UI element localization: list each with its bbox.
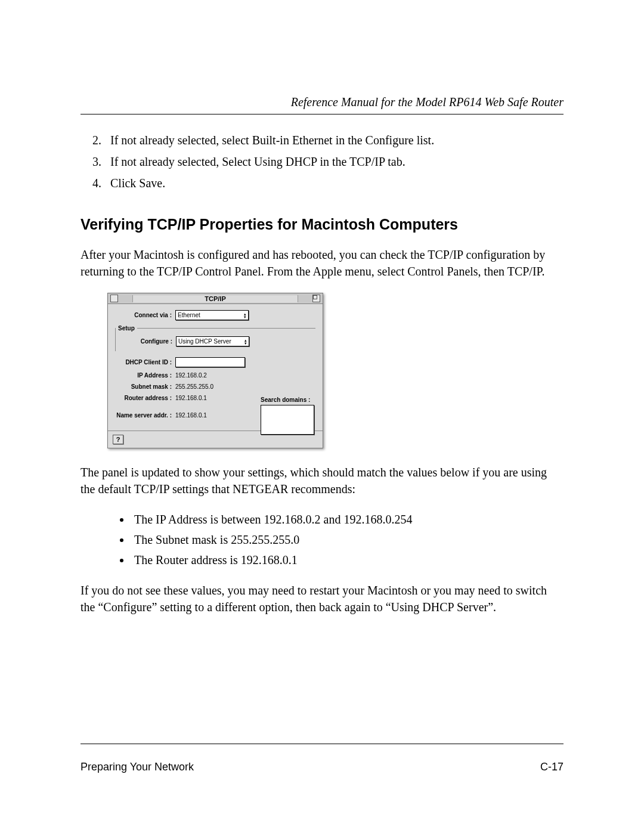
label-subnet-mask: Subnet mask : <box>115 383 175 390</box>
window-titlebar[interactable]: TCP/IP <box>108 293 323 304</box>
bullet-subnet: The Subnet mask is 255.255.255.0 <box>131 531 564 549</box>
search-domains-block: Search domains : <box>261 397 314 435</box>
value-router-address: 192.168.0.1 <box>175 395 207 401</box>
label-name-server: Name server addr. : <box>115 412 175 419</box>
step-2: If not already selected, select Built-in… <box>104 131 564 149</box>
label-ip-address: IP Address : <box>115 372 175 379</box>
section-heading: Verifying TCP/IP Properties for Macintos… <box>80 216 564 233</box>
value-subnet-mask: 255.255.255.0 <box>175 383 213 390</box>
search-domains-input[interactable] <box>261 405 314 435</box>
step-4: Click Save. <box>104 174 564 192</box>
zoom-icon[interactable] <box>312 295 320 302</box>
bullet-ip: The IP Address is between 192.168.0.2 an… <box>131 510 564 528</box>
row-subnet-mask: Subnet mask : 255.255.255.0 <box>115 383 315 390</box>
help-button[interactable]: ? <box>113 435 123 444</box>
configure-value: Using DHCP Server <box>178 338 231 345</box>
help-icon: ? <box>116 436 120 443</box>
label-router-address: Router address : <box>115 395 175 401</box>
running-header: Reference Manual for the Model RP614 Web… <box>80 95 564 109</box>
footer-rule <box>80 744 564 744</box>
dhcp-client-id-input[interactable] <box>175 357 245 367</box>
setup-legend: Setup <box>116 325 137 332</box>
row-configure: Configure : Using DHCP Server ▴▾ <box>116 336 315 346</box>
row-connect-via: Connect via : Ethernet ▴▾ <box>115 310 315 320</box>
settings-paragraph: The panel is updated to show your settin… <box>80 464 564 497</box>
connect-via-popup[interactable]: Ethernet ▴▾ <box>175 310 249 320</box>
window-title: TCP/IP <box>132 295 298 302</box>
tcpip-control-panel: TCP/IP Connect via : Ethernet ▴▾ Setup C… <box>107 293 323 448</box>
page-footer: Preparing Your Network C-17 <box>80 744 564 773</box>
footer-page-number: C-17 <box>540 761 564 773</box>
updown-icon: ▴▾ <box>244 339 247 345</box>
label-configure: Configure : <box>116 338 176 345</box>
label-dhcp-client-id: DHCP Client ID : <box>115 359 175 366</box>
document-page: Reference Manual for the Model RP614 Web… <box>0 0 644 833</box>
close-icon[interactable] <box>110 295 118 302</box>
intro-paragraph: After your Macintosh is configured and h… <box>80 246 564 280</box>
configure-popup[interactable]: Using DHCP Server ▴▾ <box>176 336 249 346</box>
troubleshoot-paragraph: If you do not see these values, you may … <box>80 582 564 615</box>
label-search-domains: Search domains : <box>261 397 310 403</box>
value-ip-address: 192.168.0.2 <box>175 372 207 379</box>
step-3: If not already selected, Select Using DH… <box>104 153 564 171</box>
header-rule <box>80 114 564 114</box>
numbered-steps: If not already selected, select Built-in… <box>80 131 564 192</box>
bullet-router: The Router address is 192.168.0.1 <box>131 551 564 569</box>
label-connect-via: Connect via : <box>115 312 175 318</box>
connect-via-value: Ethernet <box>178 312 200 318</box>
setup-group: Setup Configure : Using DHCP Server ▴▾ <box>115 325 315 351</box>
updown-icon: ▴▾ <box>244 312 246 318</box>
footer-section: Preparing Your Network <box>80 761 194 773</box>
panel-body: Connect via : Ethernet ▴▾ Setup Configur… <box>108 304 323 431</box>
row-dhcp-client-id: DHCP Client ID : <box>115 357 315 367</box>
row-ip-address: IP Address : 192.168.0.2 <box>115 372 315 379</box>
settings-bullets: The IP Address is between 192.168.0.2 an… <box>80 510 564 569</box>
value-name-server: 192.168.0.1 <box>175 412 207 419</box>
